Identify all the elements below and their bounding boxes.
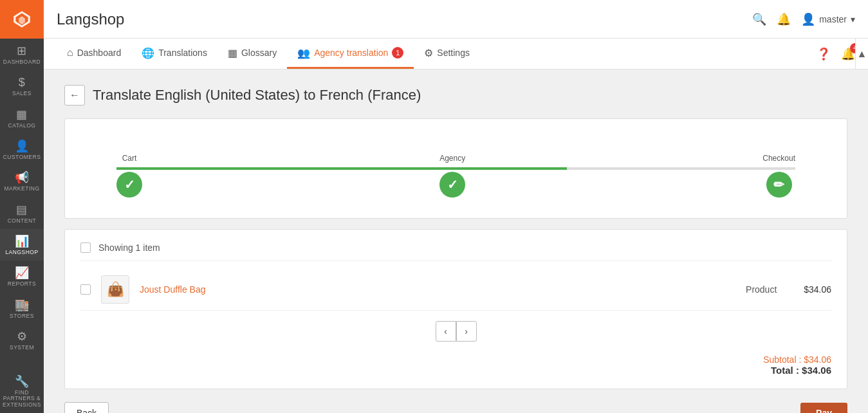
subnav-label: Agency translation: [314, 48, 388, 58]
item-name-link[interactable]: Joust Duffle Bag: [140, 284, 719, 295]
partners-icon: 🔧: [15, 376, 30, 387]
sidebar-label: System: [10, 345, 34, 351]
pay-button[interactable]: Pay: [800, 403, 847, 413]
search-icon[interactable]: 🔍: [752, 12, 766, 26]
sidebar-label: Reports: [8, 281, 36, 287]
sidebar-item-sales[interactable]: $ Sales: [0, 70, 44, 102]
sidebar-label: Stores: [10, 313, 34, 319]
marketing-icon: 📢: [15, 172, 30, 183]
sidebar-item-system[interactable]: ⚙ System: [0, 324, 44, 356]
step-cart-label: Cart: [122, 154, 137, 163]
item-thumbnail: 👜: [101, 275, 129, 304]
globe-icon: 🌐: [142, 47, 154, 59]
sidebar-label: Sales: [12, 91, 32, 96]
dashboard-icon: ⊞: [17, 45, 27, 57]
reports-icon: 📈: [15, 267, 30, 279]
totals: Subtotal : $34.06 Total : $34.06: [80, 347, 831, 376]
step-agency-label: Agency: [439, 154, 465, 163]
back-arrow-button[interactable]: ←: [64, 85, 85, 106]
subnav-label: Glossary: [241, 48, 277, 58]
pagination: ‹ ›: [80, 321, 831, 342]
notifications-icon[interactable]: 🔔 4: [841, 47, 855, 61]
sales-icon: $: [19, 77, 26, 88]
bell-icon[interactable]: 🔔: [777, 12, 791, 26]
user-dropdown-icon: ▾: [851, 14, 855, 24]
items-header: Showing 1 item: [80, 243, 831, 261]
subnav-item-agency[interactable]: 👥 Agency translation 1: [287, 39, 414, 69]
step-checkout-circle: ✏: [766, 172, 792, 197]
back-button[interactable]: Back: [64, 402, 109, 413]
content-icon: ▤: [16, 204, 28, 216]
subnav-label: Dashboard: [77, 48, 122, 58]
sidebar-item-marketing[interactable]: 📢 Marketing: [0, 165, 44, 197]
item-price: $34.06: [804, 284, 831, 295]
total-value: $34.06: [802, 365, 831, 376]
settings-icon: ⚙: [424, 47, 433, 59]
sidebar-label: Customers: [3, 154, 41, 160]
page-header: ← Translate English (United States) to F…: [64, 85, 847, 106]
user-icon: 👤: [801, 12, 815, 26]
glossary-icon: ▦: [228, 47, 237, 59]
app-title: Langshop: [57, 10, 752, 28]
next-page-button[interactable]: ›: [456, 321, 477, 342]
subtotal-line: Subtotal : $34.06: [80, 354, 831, 365]
agency-icon: 👥: [297, 47, 310, 59]
subnav: ⌂ Dashboard 🌐 Translations ▦ Glossary 👥 …: [44, 39, 868, 69]
sidebar-item-langshop[interactable]: 📊 Langshop: [0, 229, 44, 261]
subnav-label: Translations: [158, 48, 207, 58]
topbar: Langshop 🔍 🔔 👤 master ▾: [44, 0, 868, 39]
user-menu[interactable]: 👤 master ▾: [801, 12, 855, 26]
home-icon: ⌂: [67, 47, 73, 59]
prev-page-button[interactable]: ‹: [436, 321, 456, 342]
items-count: Showing 1 item: [98, 243, 160, 253]
step-cart-circle: ✓: [116, 172, 142, 197]
customers-icon: 👤: [15, 140, 30, 152]
items-card: Showing 1 item 👜 Joust Duffle Bag Produc…: [64, 229, 847, 389]
item-type: Product: [729, 284, 793, 295]
sidebar-label: Dashboard: [3, 59, 41, 65]
sidebar-item-dashboard[interactable]: ⊞ Dashboard: [0, 39, 44, 70]
user-name: master: [819, 14, 847, 24]
stepper-card: Cart ✓ Agency ✓ Checkout ✏: [64, 118, 847, 219]
table-row: 👜 Joust Duffle Bag Product $34.06: [80, 269, 831, 311]
total-line: Total : $34.06: [80, 365, 831, 376]
main-area: Langshop 🔍 🔔 👤 master ▾ ⌂ Dashboard 🌐 Tr…: [44, 0, 868, 413]
stepper-step-cart: Cart ✓: [116, 154, 142, 197]
sidebar-label: Catalog: [8, 123, 36, 129]
select-all-checkbox[interactable]: [80, 243, 91, 253]
stepper-step-agency: Agency ✓: [439, 154, 465, 197]
sidebar-item-content[interactable]: ▤ Content: [0, 197, 44, 229]
sidebar-logo[interactable]: [0, 0, 44, 39]
help-icon[interactable]: ❓: [817, 47, 831, 61]
subnav-item-dashboard[interactable]: ⌂ Dashboard: [57, 39, 131, 69]
item-checkbox[interactable]: [80, 284, 91, 295]
subtotal-value: $34.06: [804, 354, 831, 365]
sidebar: ⊞ Dashboard $ Sales ▦ Catalog 👤 Customer…: [0, 0, 44, 413]
step-agency-circle: ✓: [439, 172, 465, 197]
sidebar-item-stores[interactable]: 🏬 Stores: [0, 293, 44, 324]
stores-icon: 🏬: [15, 299, 30, 311]
action-bar: Back Pay: [64, 402, 847, 413]
sidebar-label: Langshop: [5, 250, 38, 255]
content-area: ← Translate English (United States) to F…: [44, 69, 868, 413]
stepper-step-checkout: Checkout ✏: [762, 154, 795, 197]
langshop-icon: 📊: [15, 235, 30, 247]
subnav-item-translations[interactable]: 🌐 Translations: [131, 39, 217, 69]
sidebar-label: Marketing: [4, 186, 39, 192]
subnav-item-settings[interactable]: ⚙ Settings: [414, 39, 480, 69]
sidebar-item-partners[interactable]: 🔧 Find Partners & Extensions: [0, 369, 44, 413]
stepper: Cart ✓ Agency ✓ Checkout ✏: [116, 154, 795, 197]
sidebar-item-customers[interactable]: 👤 Customers: [0, 134, 44, 165]
step-checkout-label: Checkout: [762, 154, 795, 163]
subtotal-label: Subtotal :: [763, 354, 801, 365]
total-label: Total :: [771, 365, 799, 376]
system-icon: ⚙: [17, 331, 28, 342]
sidebar-item-catalog[interactable]: ▦ Catalog: [0, 102, 44, 134]
subnav-right: ❓ 🔔 4: [817, 47, 855, 61]
sidebar-item-reports[interactable]: 📈 Reports: [0, 261, 44, 292]
sidebar-label: Content: [8, 218, 37, 224]
subnav-item-glossary[interactable]: ▦ Glossary: [217, 39, 287, 69]
page-title: Translate English (United States) to Fre…: [93, 87, 421, 104]
scroll-up-button[interactable]: ▲: [855, 39, 868, 69]
sidebar-label: Find Partners & Extensions: [3, 390, 41, 408]
